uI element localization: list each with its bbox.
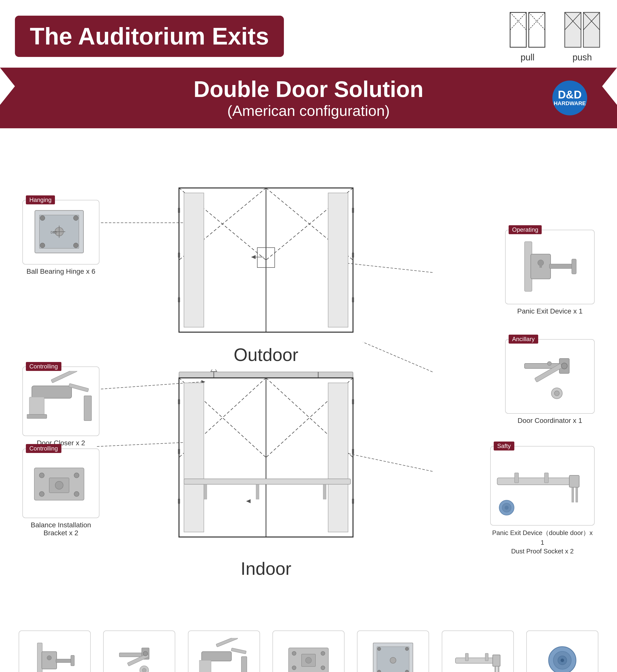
- product-box-4: [272, 631, 345, 672]
- svg-rect-90: [256, 484, 259, 499]
- product5-drawing: [368, 638, 418, 672]
- pull-icon-container: pull: [507, 10, 548, 63]
- svg-marker-78: [211, 370, 217, 372]
- banner-title: Double Door Solution: [194, 76, 424, 102]
- svg-rect-0: [510, 12, 526, 47]
- svg-point-71: [74, 473, 79, 478]
- banner-subtitle: (American configuration): [194, 102, 424, 119]
- controlling2-caption: Balance Installation Bracket x 2: [22, 521, 99, 537]
- product6-drawing: [453, 638, 503, 672]
- svg-rect-1: [529, 12, 545, 47]
- indoor-text: Indoor: [241, 558, 291, 579]
- safety-drawing: [495, 450, 589, 520]
- indoor-door-diagram: [169, 370, 363, 549]
- bottom-products: Panic Exit Device DDPD014 Door Coordinat…: [0, 621, 617, 672]
- balance-bracket-drawing: [27, 453, 94, 513]
- svg-rect-144: [485, 653, 488, 661]
- svg-rect-141: [495, 666, 496, 672]
- svg-point-60: [548, 362, 551, 366]
- outdoor-door-diagram: [169, 183, 363, 346]
- product-item-5: Ball Bearing Hinge DDSS002-FR: [357, 631, 429, 672]
- safety-component: Safty: [490, 439, 595, 555]
- product-box-5: [357, 631, 429, 672]
- banner-text: Double Door Solution (American configura…: [194, 76, 424, 119]
- svg-rect-120: [216, 638, 238, 647]
- operating-label: Operating: [508, 225, 542, 234]
- svg-rect-119: [202, 652, 231, 661]
- svg-rect-140: [493, 655, 500, 666]
- outdoor-text: Outdoor: [234, 345, 298, 365]
- controlling1-label: Controlling: [26, 362, 61, 371]
- svg-marker-8: [565, 12, 581, 47]
- svg-point-59: [561, 363, 567, 369]
- operating-caption: Panic Exit Device x 1: [505, 307, 595, 315]
- push-label: push: [573, 52, 592, 63]
- door-closer-drawing: [27, 371, 94, 431]
- product-box-7: [526, 631, 598, 672]
- svg-rect-121: [231, 648, 246, 654]
- svg-rect-63: [32, 386, 71, 398]
- svg-rect-44: [178, 208, 180, 213]
- product-box-1: [19, 631, 91, 672]
- svg-rect-97: [352, 449, 354, 454]
- outdoor-door-svg: [169, 183, 363, 345]
- ancillary-caption: Door Coordinator x 1: [505, 417, 595, 425]
- product3-drawing: [199, 638, 249, 672]
- svg-rect-102: [576, 487, 578, 502]
- svg-point-25: [40, 216, 45, 221]
- svg-marker-42: [251, 255, 255, 259]
- svg-point-135: [405, 647, 409, 651]
- svg-point-73: [74, 491, 79, 496]
- svg-rect-53: [540, 263, 542, 268]
- svg-rect-98: [352, 499, 354, 504]
- svg-rect-107: [545, 473, 549, 483]
- svg-point-148: [561, 659, 564, 662]
- hanging-component: Hanging D&D Ball Bearing Hinge x 6: [22, 193, 99, 275]
- dd-logo-text: D&D: [558, 89, 582, 100]
- product7-drawing: [538, 638, 587, 672]
- svg-point-105: [504, 506, 508, 510]
- push-icon-container: push: [562, 10, 602, 63]
- product-box-6: [442, 631, 514, 672]
- svg-rect-123: [199, 660, 211, 672]
- svg-point-26: [73, 216, 78, 221]
- header: The Auditorium Exits pull: [0, 0, 617, 68]
- product-item-4: Balance Installation Bracket DDPD004: [272, 631, 345, 672]
- svg-point-70: [39, 473, 44, 478]
- indoor-door-svg: [169, 370, 363, 548]
- svg-rect-39: [184, 193, 204, 327]
- product-box-3: [188, 631, 260, 672]
- hanging-label: Hanging: [26, 195, 55, 204]
- svg-rect-45: [178, 253, 180, 258]
- title-badge: The Auditorium Exits: [15, 16, 284, 57]
- pull-door-icon: [507, 10, 548, 50]
- svg-rect-86: [184, 383, 204, 532]
- hinge-drawing: D&D: [27, 204, 91, 259]
- product-item-7: Dust Proof Socket DDDP002: [526, 631, 598, 672]
- svg-rect-66: [84, 396, 91, 421]
- product-item-2: Door Coordinator DDDR001: [103, 631, 175, 672]
- svg-rect-109: [42, 652, 57, 669]
- diagram-area: Hanging D&D Ball Bearing Hinge x 6: [15, 128, 602, 621]
- ancillary-label: Ancillary: [508, 334, 538, 344]
- product-item-3: Door Closer DDDC007: [188, 631, 260, 672]
- svg-point-138: [390, 657, 396, 663]
- svg-rect-88: [184, 479, 351, 484]
- svg-rect-64: [51, 371, 77, 383]
- svg-point-127: [321, 651, 325, 655]
- pull-push-section: pull push: [507, 10, 602, 63]
- controlling1-component: Controlling Door Closer x 2: [22, 360, 99, 447]
- svg-rect-106: [515, 473, 519, 483]
- svg-rect-40: [328, 193, 348, 327]
- svg-rect-95: [178, 499, 180, 504]
- product4-drawing: [284, 638, 333, 672]
- svg-rect-91: [323, 484, 326, 499]
- svg-point-28: [73, 243, 78, 248]
- safety-label: Safty: [494, 442, 514, 450]
- svg-point-116: [143, 651, 148, 656]
- svg-point-27: [40, 243, 45, 248]
- svg-rect-68: [27, 414, 47, 418]
- svg-point-134: [377, 647, 381, 651]
- pull-label: pull: [521, 52, 535, 63]
- svg-rect-96: [352, 399, 354, 404]
